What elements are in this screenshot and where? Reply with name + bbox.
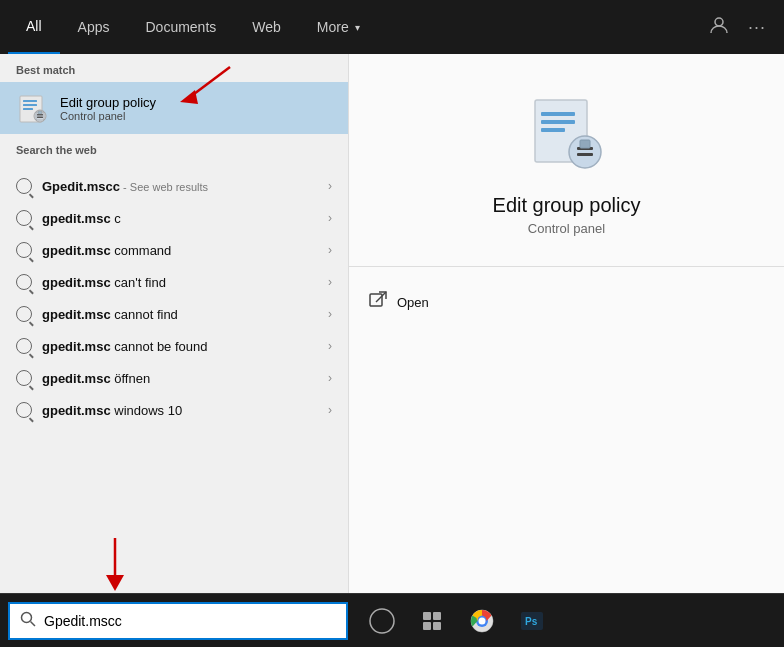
svg-rect-25 bbox=[433, 622, 441, 630]
search-item-1[interactable]: gpedit.msc c › bbox=[0, 202, 348, 234]
search-item-label-1: gpedit.msc c bbox=[42, 211, 318, 226]
photoshop-button[interactable]: Ps bbox=[510, 599, 554, 643]
right-panel: Edit group policy Control panel Open bbox=[349, 54, 784, 593]
search-bar[interactable] bbox=[8, 602, 348, 640]
search-item-label-3: gpedit.msc can't find bbox=[42, 275, 318, 290]
best-match-text: Edit group policy Control panel bbox=[60, 95, 156, 122]
nav-all-label: All bbox=[26, 18, 42, 34]
svg-rect-23 bbox=[433, 612, 441, 620]
best-match-item[interactable]: Edit group policy Control panel bbox=[0, 82, 348, 134]
svg-rect-3 bbox=[23, 104, 37, 106]
chevron-right-icon-3: › bbox=[328, 275, 332, 289]
app-subtitle: Control panel bbox=[528, 221, 605, 236]
search-item-label-4: gpedit.msc cannot find bbox=[42, 307, 318, 322]
cortana-button[interactable] bbox=[360, 599, 404, 643]
svg-text:Ps: Ps bbox=[525, 616, 538, 627]
search-item-0[interactable]: Gpedit.mscc - See web results › bbox=[0, 170, 348, 202]
search-icon-0 bbox=[16, 178, 32, 194]
nav-apps-label: Apps bbox=[78, 19, 110, 35]
search-icon-4 bbox=[16, 306, 32, 322]
search-item-2[interactable]: gpedit.msc command › bbox=[0, 234, 348, 266]
left-panel: Best match Edit group policy Control pan… bbox=[0, 54, 349, 593]
taskbar-icons: Ps bbox=[360, 599, 554, 643]
chevron-right-icon-1: › bbox=[328, 211, 332, 225]
search-item-3[interactable]: gpedit.msc can't find › bbox=[0, 266, 348, 298]
chevron-right-icon-5: › bbox=[328, 339, 332, 353]
search-item-4[interactable]: gpedit.msc cannot find › bbox=[0, 298, 348, 330]
search-item-7[interactable]: gpedit.msc windows 10 › bbox=[0, 394, 348, 426]
nav-more[interactable]: More ▾ bbox=[299, 0, 378, 54]
search-icon-6 bbox=[16, 370, 32, 386]
nav-web-label: Web bbox=[252, 19, 281, 35]
svg-rect-24 bbox=[423, 622, 431, 630]
ellipsis-icon[interactable]: ··· bbox=[738, 17, 776, 38]
gpedit-icon bbox=[16, 92, 48, 124]
search-bar-icon bbox=[20, 611, 36, 630]
svg-rect-12 bbox=[541, 128, 565, 132]
app-title: Edit group policy bbox=[493, 194, 641, 217]
chevron-right-icon-0: › bbox=[328, 179, 332, 193]
search-input[interactable] bbox=[44, 613, 336, 629]
svg-rect-22 bbox=[423, 612, 431, 620]
best-match-title: Edit group policy bbox=[60, 95, 156, 110]
chevron-right-icon-7: › bbox=[328, 403, 332, 417]
nav-web[interactable]: Web bbox=[234, 0, 299, 54]
search-item-label-6: gpedit.msc öffnen bbox=[42, 371, 318, 386]
search-web-section: Gpedit.mscc - See web results › gpedit.m… bbox=[0, 162, 348, 434]
svg-rect-15 bbox=[577, 153, 593, 156]
svg-point-21 bbox=[370, 609, 394, 633]
search-icon-2 bbox=[16, 242, 32, 258]
person-icon[interactable] bbox=[700, 16, 738, 38]
search-item-label-5: gpedit.msc cannot be found bbox=[42, 339, 318, 354]
nav-apps[interactable]: Apps bbox=[60, 0, 128, 54]
search-item-label-0: Gpedit.mscc - See web results bbox=[42, 179, 318, 194]
chevron-right-icon-4: › bbox=[328, 307, 332, 321]
nav-documents[interactable]: Documents bbox=[127, 0, 234, 54]
svg-point-0 bbox=[715, 18, 723, 26]
search-item-label-7: gpedit.msc windows 10 bbox=[42, 403, 318, 418]
taskbar: Ps bbox=[0, 593, 784, 647]
nav-documents-label: Documents bbox=[145, 19, 216, 35]
search-icon-7 bbox=[16, 402, 32, 418]
top-navigation: All Apps Documents Web More ▾ ··· bbox=[0, 0, 784, 54]
best-match-subtitle: Control panel bbox=[60, 110, 156, 122]
bottom-arrow-annotation bbox=[80, 533, 150, 593]
svg-rect-8 bbox=[38, 111, 42, 114]
svg-rect-16 bbox=[580, 140, 590, 148]
search-icon-1 bbox=[16, 210, 32, 226]
svg-marker-31 bbox=[106, 575, 124, 591]
nav-more-label: More bbox=[317, 19, 349, 35]
chevron-right-icon-2: › bbox=[328, 243, 332, 257]
search-icon-3 bbox=[16, 274, 32, 290]
best-match-label: Best match bbox=[0, 54, 348, 82]
divider bbox=[349, 266, 784, 267]
task-view-button[interactable] bbox=[410, 599, 454, 643]
svg-rect-7 bbox=[37, 117, 43, 119]
search-item-5[interactable]: gpedit.msc cannot be found › bbox=[0, 330, 348, 362]
app-icon-large bbox=[527, 94, 607, 174]
nav-all[interactable]: All bbox=[8, 0, 60, 54]
open-label: Open bbox=[397, 295, 429, 310]
search-web-label: Search the web bbox=[0, 134, 348, 162]
svg-rect-2 bbox=[23, 100, 37, 102]
svg-line-20 bbox=[31, 622, 36, 627]
search-item-label-2: gpedit.msc command bbox=[42, 243, 318, 258]
open-icon bbox=[369, 291, 387, 313]
search-icon-5 bbox=[16, 338, 32, 354]
chevron-down-icon: ▾ bbox=[355, 22, 360, 33]
main-container: Best match Edit group policy Control pan… bbox=[0, 54, 784, 593]
chevron-right-icon-6: › bbox=[328, 371, 332, 385]
svg-rect-4 bbox=[23, 108, 33, 110]
svg-rect-17 bbox=[370, 294, 382, 306]
svg-rect-11 bbox=[541, 120, 575, 124]
search-item-6[interactable]: gpedit.msc öffnen › bbox=[0, 362, 348, 394]
svg-point-28 bbox=[479, 617, 486, 624]
svg-rect-10 bbox=[541, 112, 575, 116]
open-action[interactable]: Open bbox=[349, 283, 784, 321]
svg-point-19 bbox=[22, 613, 32, 623]
chrome-button[interactable] bbox=[460, 599, 504, 643]
